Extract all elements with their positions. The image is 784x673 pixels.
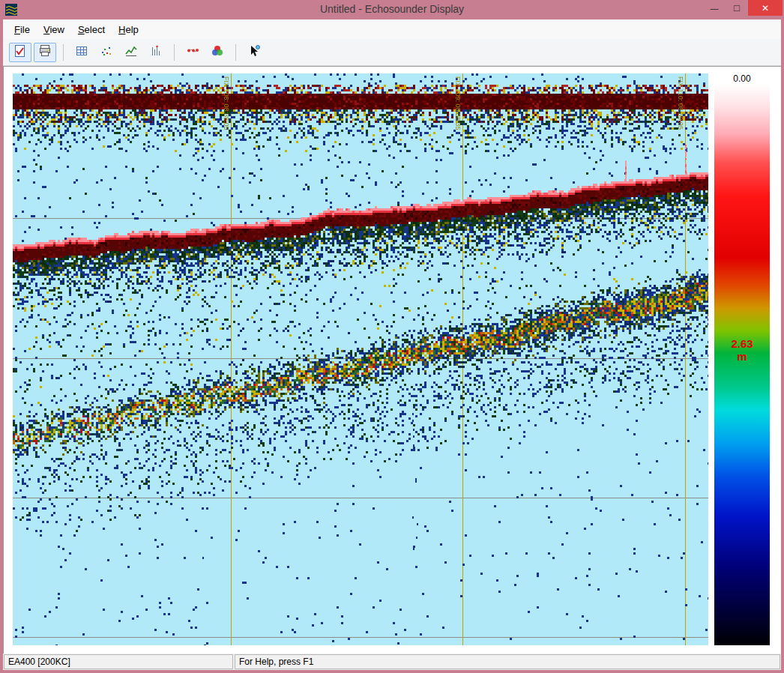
echogram-canvas[interactable] bbox=[13, 73, 708, 645]
fix-label: FIX 108: 08:38:05 bbox=[223, 76, 230, 130]
menu-file-rest: ile bbox=[20, 24, 30, 35]
fix-label: FIX 109: 08:38:35 bbox=[454, 76, 462, 130]
toolbar-separator bbox=[235, 44, 236, 61]
toolbar-separator bbox=[174, 44, 175, 61]
menu-select-rest: elect bbox=[85, 24, 105, 35]
window-controls: — □ ✕ bbox=[703, 0, 783, 16]
menu-select[interactable]: Select bbox=[71, 21, 112, 38]
grid-view-button[interactable] bbox=[70, 43, 93, 62]
menu-view-rest: iew bbox=[49, 24, 64, 35]
depth-value: 2.63 bbox=[714, 337, 770, 350]
menu-help-rest: elp bbox=[125, 24, 138, 35]
pointer-button[interactable] bbox=[243, 43, 265, 62]
statusbar: EA400 [200KC] For Help, press F1 bbox=[3, 654, 781, 670]
depth-readout: 2.63 m bbox=[714, 337, 770, 363]
config-icon bbox=[13, 44, 27, 61]
histogram-view-icon bbox=[149, 44, 163, 61]
menu-file[interactable]: File bbox=[7, 21, 37, 38]
menu-file-key: F bbox=[14, 24, 20, 35]
toolbar-separator bbox=[63, 44, 64, 61]
depth-unit: m bbox=[714, 350, 770, 363]
app-window: Untitled - Echosounder Display — □ ✕ Fil… bbox=[0, 0, 784, 673]
window-title: Untitled - Echosounder Display bbox=[0, 3, 784, 15]
grid-view-icon bbox=[75, 44, 88, 61]
histogram-view-button[interactable] bbox=[145, 43, 167, 62]
minimize-button[interactable]: — bbox=[703, 0, 726, 16]
config-button[interactable] bbox=[9, 43, 31, 62]
line-chart-icon bbox=[124, 44, 138, 61]
menu-help[interactable]: Help bbox=[112, 21, 145, 38]
bottom-track-icon bbox=[186, 44, 199, 61]
maximize-button[interactable]: □ bbox=[726, 0, 748, 16]
palette-button[interactable] bbox=[206, 43, 229, 62]
echogram-area: FIX 108: 08:38:05FIX 109: 08:38:35FIX 11… bbox=[13, 73, 708, 645]
bottom-track-button[interactable] bbox=[181, 43, 204, 62]
scatter-view-button[interactable] bbox=[95, 43, 118, 62]
print-icon bbox=[38, 44, 52, 61]
colorbar-top-label: 0.00 bbox=[714, 73, 770, 84]
toolbar bbox=[3, 39, 781, 66]
statusbar-help: For Help, press F1 bbox=[235, 654, 780, 669]
statusbar-device: EA400 [200KC] bbox=[4, 654, 233, 669]
palette-icon bbox=[211, 44, 224, 61]
pointer-icon bbox=[247, 44, 261, 61]
fix-label: FIX 110: 08:39:05 bbox=[677, 76, 684, 130]
scatter-view-icon bbox=[100, 44, 113, 61]
line-chart-button[interactable] bbox=[120, 43, 142, 62]
menu-view[interactable]: View bbox=[37, 21, 71, 38]
colorbar: 0.00 2.63 m bbox=[714, 73, 770, 645]
titlebar[interactable]: Untitled - Echosounder Display — □ ✕ bbox=[0, 0, 784, 19]
colorbar-gradient bbox=[714, 84, 770, 645]
menu-select-key: S bbox=[78, 24, 85, 35]
menubar: File View Select Help bbox=[3, 19, 781, 39]
echogram-view: FIX 108: 08:38:05FIX 109: 08:38:35FIX 11… bbox=[3, 66, 781, 654]
print-button[interactable] bbox=[34, 43, 56, 62]
close-button[interactable]: ✕ bbox=[748, 0, 783, 16]
